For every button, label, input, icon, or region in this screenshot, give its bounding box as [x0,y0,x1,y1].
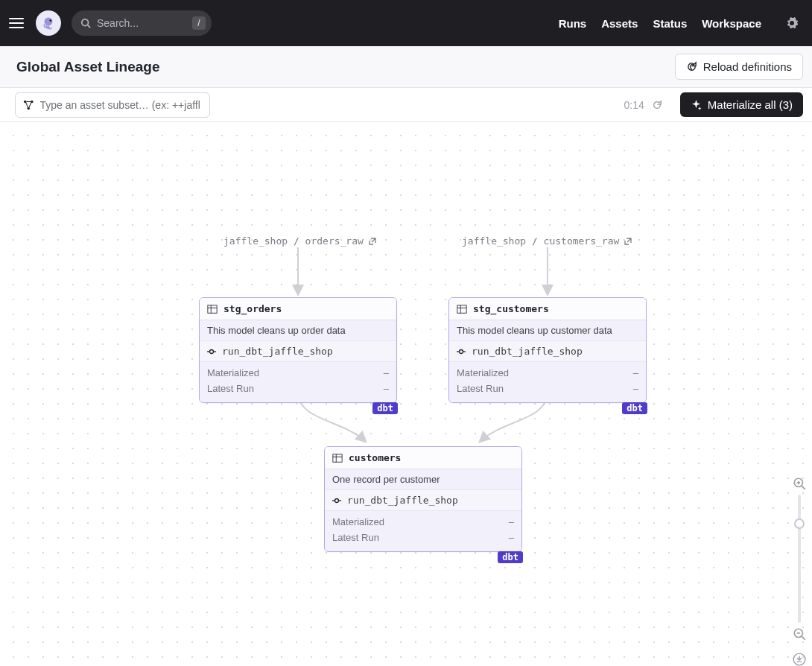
zoom-panel [793,477,806,666]
dbt-badge: dbt [498,551,523,563]
graph-icon [23,99,34,111]
external-link-icon [624,237,632,246]
svg-point-2 [82,19,89,26]
svg-rect-13 [457,305,466,313]
svg-point-10 [210,349,214,353]
dbt-badge: dbt [622,402,647,414]
svg-rect-19 [333,454,342,462]
table-icon [207,304,218,314]
svg-point-0 [45,17,53,25]
nav-links: Runs Assets Status Workspace [559,17,761,30]
card-stats: Materialized– Latest Run– [200,362,396,402]
nav-link-status[interactable]: Status [653,17,687,30]
card-header: stg_customers [449,298,646,320]
card-header: stg_orders [200,298,396,320]
card-description: This model cleans up order data [200,320,396,341]
svg-rect-7 [208,305,217,313]
asset-card-customers[interactable]: customers One record per customer run_db… [324,446,522,552]
card-stats: Materialized– Latest Run– [449,362,646,402]
reload-icon [686,61,697,72]
commit-icon [207,347,216,356]
svg-point-6 [27,107,30,110]
lineage-canvas[interactable]: jaffle_shop / orders_raw jaffle_shop / c… [0,122,812,666]
download-icon[interactable] [793,653,806,666]
table-icon [457,304,467,314]
logo[interactable] [36,10,61,36]
zoom-in-icon[interactable] [793,477,806,490]
svg-line-3 [88,25,91,28]
commit-icon [332,496,341,505]
refresh-icon[interactable] [652,100,662,110]
zoom-out-icon[interactable] [793,627,806,641]
asset-card-stg-orders[interactable]: stg_orders This model cleans up order da… [199,297,397,403]
toolbar: 0:14 Materialize all (3) [0,88,812,122]
search-box[interactable]: / [72,10,212,36]
asset-card-stg-customers[interactable]: stg_customers This model cleans up custo… [448,297,647,403]
external-link-icon [368,237,377,246]
page-title: Global Asset Lineage [16,59,160,75]
search-kbd: / [192,16,206,30]
card-header: customers [325,447,521,469]
svg-point-22 [335,498,339,502]
source-orders-raw[interactable]: jaffle_shop / orders_raw [223,235,377,247]
source-customers-raw[interactable]: jaffle_shop / customers_raw [462,235,632,247]
card-description: One record per customer [325,469,521,490]
card-description: This model cleans up customer data [449,320,646,341]
top-nav: / Runs Assets Status Workspace [0,0,812,46]
svg-point-1 [49,19,51,22]
commit-icon [457,347,466,356]
svg-line-31 [802,636,805,640]
reload-label: Reload definitions [703,60,792,73]
zoom-thumb[interactable] [794,518,805,529]
page-header: Global Asset Lineage Reload definitions [0,46,812,88]
subset-filter[interactable] [15,92,210,118]
subset-input[interactable] [40,99,203,111]
nav-link-workspace[interactable]: Workspace [702,17,761,30]
svg-line-28 [802,486,805,489]
gear-icon [785,16,799,30]
materialize-label: Materialize all (3) [708,98,793,111]
dbt-badge: dbt [372,402,398,414]
reload-definitions-button[interactable]: Reload definitions [675,54,803,80]
nav-link-assets[interactable]: Assets [601,17,638,30]
table-icon [332,453,343,463]
svg-point-16 [460,349,463,353]
sparkle-icon [691,99,702,110]
card-job[interactable]: run_dbt_jaffle_shop [200,341,396,362]
settings-button[interactable] [785,16,799,30]
card-job[interactable]: run_dbt_jaffle_shop [449,341,646,362]
zoom-slider[interactable] [798,495,801,623]
timestamp: 0:14 [624,99,662,111]
card-job[interactable]: run_dbt_jaffle_shop [325,490,521,511]
nav-link-runs[interactable]: Runs [559,17,587,30]
materialize-all-button[interactable]: Materialize all (3) [680,92,803,117]
search-input[interactable] [97,17,171,29]
card-stats: Materialized– Latest Run– [325,511,521,551]
hamburger-icon[interactable] [9,15,25,31]
search-icon [80,18,91,28]
